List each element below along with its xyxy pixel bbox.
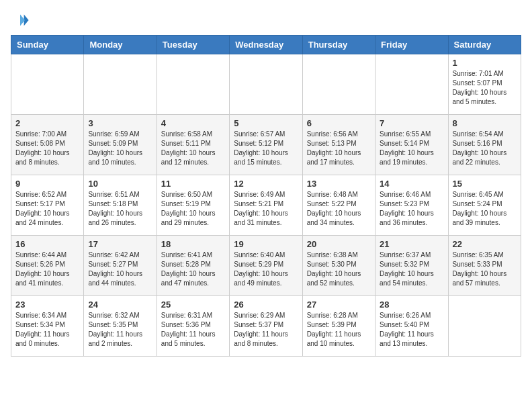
- day-info: Sunrise: 6:57 AM Sunset: 5:12 PM Dayligh…: [234, 130, 298, 167]
- day-number: 7: [380, 118, 443, 128]
- day-number: 24: [88, 300, 152, 310]
- day-number: 3: [88, 118, 152, 128]
- logo-icon: [11, 11, 30, 30]
- day-cell: 1Sunrise: 7:01 AM Sunset: 5:07 PM Daylig…: [448, 54, 521, 115]
- day-cell: 7Sunrise: 6:55 AM Sunset: 5:14 PM Daylig…: [375, 115, 448, 175]
- day-cell: [448, 296, 521, 357]
- day-cell: [302, 54, 375, 115]
- col-header-wednesday: Wednesday: [230, 36, 302, 54]
- day-info: Sunrise: 6:50 AM Sunset: 5:19 PM Dayligh…: [161, 190, 225, 228]
- day-info: Sunrise: 6:54 AM Sunset: 5:16 PM Dayligh…: [453, 130, 517, 167]
- calendar-table: SundayMondayTuesdayWednesdayThursdayFrid…: [11, 35, 521, 357]
- day-info: Sunrise: 6:52 AM Sunset: 5:17 PM Dayligh…: [15, 190, 79, 228]
- day-cell: 28Sunrise: 6:26 AM Sunset: 5:40 PM Dayli…: [375, 296, 448, 357]
- col-header-friday: Friday: [375, 36, 448, 54]
- day-info: Sunrise: 6:35 AM Sunset: 5:33 PM Dayligh…: [453, 250, 517, 288]
- day-info: Sunrise: 6:48 AM Sunset: 5:22 PM Dayligh…: [307, 190, 371, 228]
- week-row-2: 2Sunrise: 7:00 AM Sunset: 5:08 PM Daylig…: [11, 115, 521, 175]
- day-cell: 27Sunrise: 6:28 AM Sunset: 5:39 PM Dayli…: [302, 296, 375, 357]
- day-cell: 25Sunrise: 6:31 AM Sunset: 5:36 PM Dayli…: [157, 296, 229, 357]
- day-info: Sunrise: 6:55 AM Sunset: 5:14 PM Dayligh…: [380, 130, 443, 167]
- day-number: 6: [307, 118, 371, 128]
- calendar-header-row: SundayMondayTuesdayWednesdayThursdayFrid…: [11, 36, 521, 54]
- day-cell: 16Sunrise: 6:44 AM Sunset: 5:26 PM Dayli…: [11, 236, 84, 296]
- day-cell: [230, 54, 302, 115]
- day-cell: 20Sunrise: 6:38 AM Sunset: 5:30 PM Dayli…: [302, 236, 375, 296]
- week-row-4: 16Sunrise: 6:44 AM Sunset: 5:26 PM Dayli…: [11, 236, 521, 296]
- day-number: 14: [380, 179, 443, 189]
- day-info: Sunrise: 7:00 AM Sunset: 5:08 PM Dayligh…: [15, 130, 79, 167]
- day-number: 1: [453, 58, 517, 68]
- day-number: 16: [15, 239, 79, 249]
- day-number: 4: [161, 118, 225, 128]
- day-cell: 9Sunrise: 6:52 AM Sunset: 5:17 PM Daylig…: [11, 175, 84, 236]
- day-info: Sunrise: 6:59 AM Sunset: 5:09 PM Dayligh…: [88, 130, 152, 167]
- day-info: Sunrise: 6:40 AM Sunset: 5:29 PM Dayligh…: [234, 250, 298, 288]
- day-number: 20: [307, 239, 371, 249]
- day-info: Sunrise: 6:44 AM Sunset: 5:26 PM Dayligh…: [15, 250, 79, 288]
- day-info: Sunrise: 6:29 AM Sunset: 5:37 PM Dayligh…: [234, 311, 298, 349]
- day-cell: [157, 54, 229, 115]
- day-cell: 10Sunrise: 6:51 AM Sunset: 5:18 PM Dayli…: [84, 175, 157, 236]
- day-info: Sunrise: 6:51 AM Sunset: 5:18 PM Dayligh…: [88, 190, 152, 228]
- day-info: Sunrise: 6:32 AM Sunset: 5:35 PM Dayligh…: [88, 311, 152, 349]
- day-number: 12: [234, 179, 298, 189]
- day-number: 27: [307, 300, 371, 310]
- day-number: 5: [234, 118, 298, 128]
- day-number: 28: [380, 300, 443, 310]
- day-info: Sunrise: 6:56 AM Sunset: 5:13 PM Dayligh…: [307, 130, 371, 167]
- col-header-saturday: Saturday: [448, 36, 521, 54]
- day-cell: [84, 54, 157, 115]
- day-number: 9: [15, 179, 79, 189]
- day-cell: [375, 54, 448, 115]
- day-number: 25: [161, 300, 225, 310]
- logo: [11, 11, 32, 30]
- day-info: Sunrise: 6:26 AM Sunset: 5:40 PM Dayligh…: [380, 311, 443, 349]
- col-header-tuesday: Tuesday: [157, 36, 229, 54]
- day-number: 10: [88, 179, 152, 189]
- day-cell: 3Sunrise: 6:59 AM Sunset: 5:09 PM Daylig…: [84, 115, 157, 175]
- day-cell: 13Sunrise: 6:48 AM Sunset: 5:22 PM Dayli…: [302, 175, 375, 236]
- day-cell: 18Sunrise: 6:41 AM Sunset: 5:28 PM Dayli…: [157, 236, 229, 296]
- day-info: Sunrise: 6:58 AM Sunset: 5:11 PM Dayligh…: [161, 130, 225, 167]
- day-number: 21: [380, 239, 443, 249]
- day-number: 17: [88, 239, 152, 249]
- day-number: 19: [234, 239, 298, 249]
- day-info: Sunrise: 6:38 AM Sunset: 5:30 PM Dayligh…: [307, 250, 371, 288]
- day-info: Sunrise: 6:49 AM Sunset: 5:21 PM Dayligh…: [234, 190, 298, 228]
- day-cell: 21Sunrise: 6:37 AM Sunset: 5:32 PM Dayli…: [375, 236, 448, 296]
- day-cell: 15Sunrise: 6:45 AM Sunset: 5:24 PM Dayli…: [448, 175, 521, 236]
- day-cell: [11, 54, 84, 115]
- col-header-sunday: Sunday: [11, 36, 84, 54]
- day-cell: 11Sunrise: 6:50 AM Sunset: 5:19 PM Dayli…: [157, 175, 229, 236]
- col-header-monday: Monday: [84, 36, 157, 54]
- week-row-5: 23Sunrise: 6:34 AM Sunset: 5:34 PM Dayli…: [11, 296, 521, 357]
- day-cell: 2Sunrise: 7:00 AM Sunset: 5:08 PM Daylig…: [11, 115, 84, 175]
- week-row-1: 1Sunrise: 7:01 AM Sunset: 5:07 PM Daylig…: [11, 54, 521, 115]
- day-cell: 8Sunrise: 6:54 AM Sunset: 5:16 PM Daylig…: [448, 115, 521, 175]
- day-info: Sunrise: 6:46 AM Sunset: 5:23 PM Dayligh…: [380, 190, 443, 228]
- day-cell: 14Sunrise: 6:46 AM Sunset: 5:23 PM Dayli…: [375, 175, 448, 236]
- day-info: Sunrise: 6:37 AM Sunset: 5:32 PM Dayligh…: [380, 250, 443, 288]
- page-header: [11, 11, 521, 30]
- day-info: Sunrise: 6:41 AM Sunset: 5:28 PM Dayligh…: [161, 250, 225, 288]
- day-number: 13: [307, 179, 371, 189]
- day-number: 2: [15, 118, 79, 128]
- day-info: Sunrise: 6:31 AM Sunset: 5:36 PM Dayligh…: [161, 311, 225, 349]
- day-cell: 23Sunrise: 6:34 AM Sunset: 5:34 PM Dayli…: [11, 296, 84, 357]
- day-cell: 26Sunrise: 6:29 AM Sunset: 5:37 PM Dayli…: [230, 296, 302, 357]
- day-cell: 24Sunrise: 6:32 AM Sunset: 5:35 PM Dayli…: [84, 296, 157, 357]
- day-info: Sunrise: 6:34 AM Sunset: 5:34 PM Dayligh…: [15, 311, 79, 349]
- day-info: Sunrise: 6:45 AM Sunset: 5:24 PM Dayligh…: [453, 190, 517, 228]
- day-info: Sunrise: 7:01 AM Sunset: 5:07 PM Dayligh…: [453, 69, 517, 107]
- day-number: 26: [234, 300, 298, 310]
- day-number: 18: [161, 239, 225, 249]
- day-cell: 4Sunrise: 6:58 AM Sunset: 5:11 PM Daylig…: [157, 115, 229, 175]
- day-number: 8: [453, 118, 517, 128]
- day-number: 23: [15, 300, 79, 310]
- day-cell: 6Sunrise: 6:56 AM Sunset: 5:13 PM Daylig…: [302, 115, 375, 175]
- day-info: Sunrise: 6:28 AM Sunset: 5:39 PM Dayligh…: [307, 311, 371, 349]
- day-number: 11: [161, 179, 225, 189]
- day-number: 15: [453, 179, 517, 189]
- day-cell: 19Sunrise: 6:40 AM Sunset: 5:29 PM Dayli…: [230, 236, 302, 296]
